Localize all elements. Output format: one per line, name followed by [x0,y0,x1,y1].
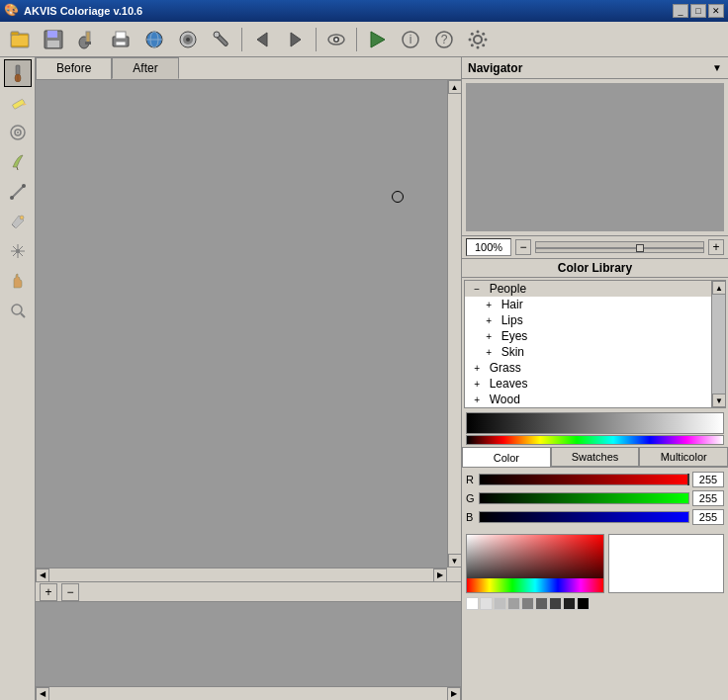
pencil-draw-btn[interactable] [4,89,32,117]
zoom-out-btn[interactable]: − [515,239,531,255]
bottom-canvas[interactable] [36,602,461,686]
tree-expand-lips[interactable]: + [486,315,498,326]
open-file-btn[interactable] [4,25,36,54]
canvas-scrollbar-bottom[interactable]: ◀ ▶ [36,568,447,581]
toolbar-separator-2 [316,28,317,51]
navigator-collapse-btn[interactable]: ▼ [712,62,722,73]
color-tab-color[interactable]: Color [462,447,551,467]
scroll-left-arrow[interactable]: ◀ [36,569,49,582]
main-canvas[interactable] [36,80,447,568]
swatch-white[interactable] [466,597,479,610]
r-slider-fill [479,474,689,485]
color-gradient-main[interactable] [466,412,724,434]
paint-tool-btn[interactable] [71,25,103,54]
tree-expand-skin[interactable]: + [486,347,498,358]
tree-item-leaves[interactable]: + Leaves [465,376,711,392]
minimize-button[interactable]: _ [673,4,688,18]
rgb-section: R 255 G 255 B 255 [462,468,728,532]
adjust-btn[interactable] [172,25,204,54]
swatch-lightgray[interactable] [480,597,493,610]
eye-view-btn[interactable] [320,25,352,54]
tree-scroll-up[interactable]: ▲ [712,281,726,295]
swatch-black[interactable] [577,597,590,610]
swatch-gray[interactable] [494,597,506,610]
canvas-scrollbar-right[interactable]: ▲ ▼ [447,80,461,568]
tree-expand-eyes[interactable]: + [486,331,498,342]
tree-expand-wood[interactable]: + [474,394,486,405]
canvas-content [36,80,447,568]
zoom-slider[interactable] [535,241,704,253]
color-spectrum-bar[interactable] [466,435,724,445]
tree-expand-people[interactable]: − [474,284,486,295]
quill-pen-btn[interactable] [4,148,32,176]
swatch-nearblack[interactable] [563,597,576,610]
bottom-scroll-right[interactable]: ▶ [447,687,461,701]
color-tabs: Color Swatches Multicolor [462,447,728,468]
save-btn[interactable] [38,25,69,54]
b-slider[interactable] [479,511,689,523]
r-value[interactable]: 255 [692,472,724,487]
swatch-darker[interactable] [535,597,548,610]
gear-settings-btn[interactable] [462,25,494,54]
tree-item-grass[interactable]: + Grass [465,360,711,376]
tree-item-lips[interactable]: + Lips [465,312,711,328]
svg-rect-8 [85,42,91,44]
swatch-verydark[interactable] [549,597,562,610]
tree-scroll-track[interactable] [712,295,725,394]
tree-expand-leaves[interactable]: + [474,379,486,390]
color-swatches-grid [462,595,728,612]
add-frame-btn[interactable]: + [40,583,57,601]
zoom-in-btn[interactable]: + [708,239,724,255]
tree-expand-grass[interactable]: + [474,363,486,374]
tree-item-wood[interactable]: + Wood [465,392,711,407]
globe-btn[interactable] [138,25,170,54]
help-btn[interactable]: ? [428,25,460,54]
swatch-darkgray[interactable] [521,597,534,610]
zoom-magnifier-btn[interactable] [4,297,32,324]
back-btn[interactable] [246,25,278,54]
before-tab[interactable]: Before [36,57,112,79]
wrench-btn[interactable] [206,25,237,54]
swatch-medgray[interactable] [507,597,520,610]
print-btn[interactable] [105,25,136,54]
eyedropper-tool-btn[interactable] [4,208,32,235]
tree-expand-hair[interactable]: + [486,300,498,310]
hand-pan-btn[interactable] [4,267,32,295]
maximize-button[interactable]: □ [690,4,706,18]
bottom-scroll-left[interactable]: ◀ [36,687,49,701]
spectrum-picker[interactable] [466,534,604,593]
scroll-down-arrow[interactable]: ▼ [448,554,462,568]
after-tab[interactable]: After [112,57,178,79]
zoom-slider-thumb[interactable] [636,244,644,252]
remove-frame-btn[interactable]: − [61,583,79,601]
brush-tool-btn[interactable] [4,59,32,87]
b-label: B [466,511,476,523]
line-draw-btn[interactable] [4,178,32,206]
tree-scroll-down[interactable]: ▼ [712,394,726,407]
svg-rect-42 [12,99,25,109]
tree-item-eyes[interactable]: + Eyes [465,328,711,344]
run-btn[interactable] [361,25,393,54]
color-swatch-white[interactable] [608,534,724,593]
g-value[interactable]: 255 [692,490,724,506]
close-button[interactable]: ✕ [708,4,724,18]
scroll-right-arrow[interactable]: ▶ [433,569,447,582]
b-value[interactable]: 255 [692,509,724,525]
tree-scrollbar[interactable]: ▲ ▼ [711,281,725,407]
bottom-controls-bar: + − [36,582,461,602]
svg-rect-11 [116,42,126,45]
color-tab-multicolor[interactable]: Multicolor [639,447,728,467]
color-tab-swatches[interactable]: Swatches [551,447,640,467]
scroll-up-arrow[interactable]: ▲ [448,80,462,94]
starburst-btn[interactable] [4,237,32,265]
info-btn[interactable]: i [395,25,426,54]
tree-item-skin[interactable]: + Skin [465,344,711,360]
r-slider[interactable] [479,474,689,485]
bottom-scrollbar[interactable]: ◀ ▶ [36,686,461,700]
g-slider[interactable] [479,492,689,504]
tree-item-people[interactable]: − People [465,281,711,297]
tree-item-hair[interactable]: + Hair [465,297,711,312]
zoom-value-display[interactable]: 100% [466,238,511,256]
target-circle-btn[interactable] [4,119,32,146]
forward-btn[interactable] [280,25,312,54]
